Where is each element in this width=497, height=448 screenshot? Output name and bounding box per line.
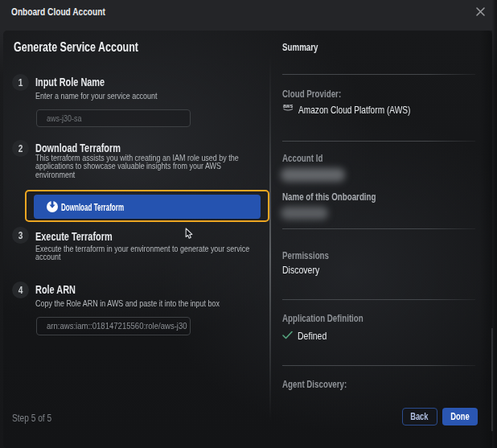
svg-text:aws: aws [283,103,294,109]
